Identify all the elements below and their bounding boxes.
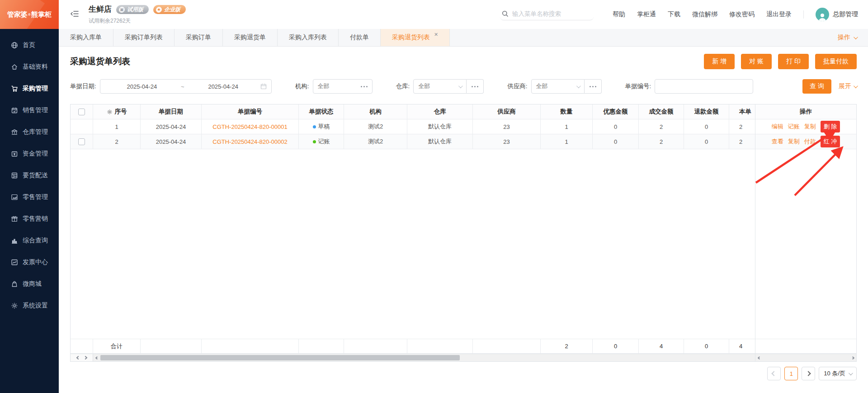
prev-page-button[interactable] (767, 367, 781, 380)
row-date: 2025-04-24 (141, 134, 202, 149)
scroll-right-icon[interactable] (83, 356, 87, 360)
sidebar-item-label: 采购管理 (23, 85, 48, 93)
chevron-down-icon (849, 371, 853, 375)
close-tab-icon[interactable]: ✕ (434, 32, 438, 38)
change-password-link[interactable]: 修改密码 (729, 10, 755, 19)
logout-link[interactable]: 退出登录 (766, 10, 792, 19)
tab-purchase-inbound-list[interactable]: 采购入库列表 (278, 29, 339, 46)
sidebar-item-invoice-center[interactable]: 发票中心 (0, 251, 59, 273)
edit-link[interactable]: 编辑 (772, 123, 783, 131)
registered-mark-icon: ® (28, 13, 31, 17)
scrollbar-thumb[interactable] (100, 355, 460, 360)
add-button[interactable]: 新 增 (704, 54, 735, 69)
chevron-down-icon (458, 84, 463, 88)
sidebar-item-funds[interactable]: 资金管理 (0, 143, 59, 165)
bill-code-link[interactable]: CGTH-20250424-820-00002 (212, 138, 288, 145)
brand-logo-main: 管家婆 (7, 10, 28, 19)
date-to-input[interactable]: 2025-04-24 (186, 83, 260, 90)
scroll-right-icon[interactable] (849, 354, 856, 361)
page-size-select[interactable]: 10 条/页 (819, 367, 857, 380)
supplier-more-button[interactable] (585, 79, 602, 94)
scroll-left-icon[interactable] (76, 356, 80, 360)
tab-purchase-return-list[interactable]: 采购退货列表 ✕ (381, 29, 450, 46)
column-settings-gear-icon[interactable] (107, 109, 113, 115)
org-label: 机构: (295, 82, 309, 90)
sidebar-collapse-icon[interactable] (71, 10, 79, 19)
pay-link[interactable]: 付款 (804, 137, 816, 146)
supplier-select[interactable]: 全部 (531, 79, 585, 94)
trend-icon (11, 259, 18, 266)
user-menu[interactable]: 总部管理 (816, 8, 858, 21)
table-header-row: 序号 单据日期 单据编号 单据状态 机构 仓库 供应商 数量 优惠金额 成交金额… (71, 104, 755, 119)
cart-icon (11, 85, 18, 92)
row-refund-amount: 0 (684, 134, 729, 149)
bill-code-link[interactable]: CGTH-20250424-820-00001 (212, 123, 288, 130)
next-page-button[interactable] (802, 367, 815, 380)
delete-button[interactable]: 删 除 (821, 121, 840, 133)
sidebar-item-label: 基础资料 (23, 63, 48, 71)
download-link[interactable]: 下载 (668, 10, 680, 19)
post-link[interactable]: 记账 (788, 123, 800, 131)
sidebar-item-retail-mgmt[interactable]: 零售管理 (0, 186, 59, 208)
sidebar-item-settings[interactable]: 系统设置 (0, 295, 59, 317)
batch-payment-button[interactable]: 批量付款 (815, 54, 857, 69)
ellipsis-icon (590, 86, 596, 87)
sidebar-item-purchase[interactable]: 采购管理 (0, 78, 59, 99)
scroll-left-icon[interactable] (93, 354, 100, 361)
warehouse-more-button[interactable] (467, 79, 484, 94)
col-bill-amount: 本单 (729, 104, 755, 119)
sidebar-item-home[interactable]: 首页 (0, 34, 59, 56)
summary-row: 合计 2 0 4 0 4 (71, 339, 755, 354)
sidebar-item-label: 首页 (23, 41, 35, 49)
wechat-unbind-link[interactable]: 微信解绑 (692, 10, 717, 19)
sidebar-item-micro-mall[interactable]: 微商城 (0, 273, 59, 295)
row-checkbox[interactable] (78, 138, 85, 145)
sidebar-item-label: 零售营销 (23, 215, 48, 223)
scrollbar-track[interactable] (460, 354, 755, 361)
print-button[interactable]: 打 印 (778, 54, 809, 69)
date-from-input[interactable]: 2025-04-24 (105, 83, 179, 90)
summary-discount: 0 (593, 339, 639, 353)
page-number-button[interactable]: 1 (784, 367, 798, 380)
tab-purchase-order-list[interactable]: 采购订单列表 (113, 29, 175, 46)
copy-link[interactable]: 复制 (804, 123, 816, 131)
row-discount: 0 (593, 134, 639, 149)
bill-no-input[interactable] (660, 83, 748, 90)
tab-purchase-order[interactable]: 采购订单 (175, 29, 223, 46)
search-input[interactable] (512, 10, 589, 17)
warehouse-label: 仓库: (396, 82, 410, 90)
sidebar-item-retail-marketing[interactable]: 零售营销 (0, 208, 59, 230)
sidebar-item-distribution[interactable]: 要货配送 (0, 165, 59, 186)
tab-strip: 采购入库单 采购订单列表 采购订单 采购退货单 采购入库列表 付款单 采购退货列… (59, 29, 868, 47)
scroll-left-icon[interactable] (755, 354, 763, 361)
col-code: 单据编号 (202, 104, 299, 119)
sidebar-item-basic-data[interactable]: 基础资料 (0, 56, 59, 78)
gear-icon (11, 302, 18, 309)
divider (803, 10, 804, 19)
row-actions: 编辑 记账 复制 删 除 (755, 119, 856, 134)
tab-actions-dropdown[interactable]: 操作 (838, 29, 857, 46)
chevron-down-icon (576, 84, 581, 88)
copy-link[interactable]: 复制 (788, 137, 800, 146)
expand-filters-link[interactable]: 展开 (839, 82, 857, 90)
select-all-checkbox[interactable] (78, 109, 85, 115)
view-link[interactable]: 查看 (772, 137, 783, 146)
user-name: 总部管理 (833, 10, 858, 19)
help-link[interactable]: 帮助 (613, 10, 625, 19)
reconcile-button[interactable]: 对 账 (741, 54, 772, 69)
org-select[interactable]: 全部 (313, 79, 373, 94)
col-seq: 序号 (115, 108, 127, 116)
actions-fixed-column: 操作 编辑 记账 复制 删 除 查看 复制 付款 红 冲 (755, 104, 856, 361)
zhanggui-tong-link[interactable]: 掌柜通 (637, 10, 656, 19)
date-range-picker[interactable]: 2025-04-24 ~ 2025-04-24 (100, 79, 272, 94)
tab-purchase-return[interactable]: 采购退货单 (223, 29, 278, 46)
sidebar-item-warehouse[interactable]: 仓库管理 (0, 121, 59, 143)
tab-payment-bill[interactable]: 付款单 (339, 29, 381, 46)
search-button[interactable]: 查 询 (802, 79, 831, 94)
sidebar-item-queries[interactable]: 综合查询 (0, 230, 59, 251)
tab-purchase-inbound[interactable]: 采购入库单 (59, 29, 113, 46)
bill-no-label: 单据编号: (625, 82, 651, 90)
red-reverse-button[interactable]: 红 冲 (821, 136, 840, 147)
sidebar-item-sales[interactable]: 销售管理 (0, 99, 59, 121)
warehouse-select[interactable]: 全部 (413, 79, 467, 94)
